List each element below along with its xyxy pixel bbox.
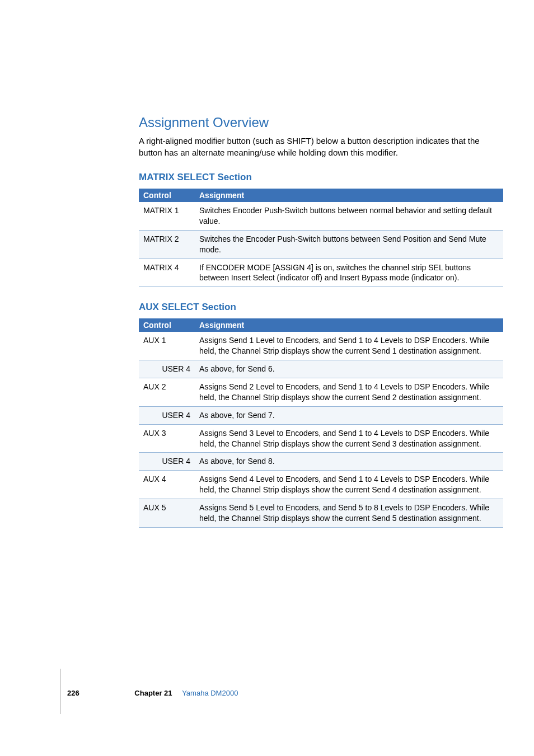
cell-control: AUX 5 [139, 499, 195, 528]
cell-control: MATRIX 4 [139, 259, 195, 287]
intro-paragraph: A right-aligned modifier button (such as… [139, 135, 503, 158]
table-header-control: Control [139, 189, 195, 202]
table-row: MATRIX 4 If ENCODER MODE [ASSIGN 4] is o… [139, 259, 503, 287]
page-heading: Assignment Overview [139, 115, 503, 130]
cell-assignment: As above, for Send 8. [195, 453, 503, 471]
cell-control: AUX 3 [139, 424, 195, 453]
table-header-assignment: Assignment [195, 318, 503, 332]
cell-assignment: Switches the Encoder Push-Switch buttons… [195, 230, 503, 259]
table-row: AUX 4 Assigns Send 4 Level to Encoders, … [139, 471, 503, 499]
cell-assignment: If ENCODER MODE [ASSIGN 4] is on, switch… [195, 259, 503, 287]
cell-control: AUX 2 [139, 378, 195, 407]
table-row: USER 4 As above, for Send 7. [139, 406, 503, 424]
cell-modifier: USER 4 [139, 453, 195, 471]
chapter-label: Chapter 21 [134, 689, 172, 697]
section-title-matrix: MATRIX SELECT Section [139, 172, 503, 183]
page-footer: 226 Chapter 21 Yamaha DM2000 [67, 689, 238, 697]
cell-control: AUX 1 [139, 332, 195, 360]
aux-select-table: Control Assignment AUX 1 Assigns Send 1 … [139, 318, 503, 528]
table-row: USER 4 As above, for Send 8. [139, 453, 503, 471]
table-header-control: Control [139, 318, 195, 332]
section-title-aux: AUX SELECT Section [139, 302, 503, 313]
table-row: USER 4 As above, for Send 6. [139, 360, 503, 378]
table-row: MATRIX 2 Switches the Encoder Push-Switc… [139, 230, 503, 259]
table-row: AUX 1 Assigns Send 1 Level to Encoders, … [139, 332, 503, 360]
chapter-name: Yamaha DM2000 [182, 689, 238, 697]
cell-assignment: Switches Encoder Push-Switch buttons bet… [195, 202, 503, 230]
table-row: AUX 2 Assigns Send 2 Level to Encoders, … [139, 378, 503, 407]
cell-assignment: Assigns Send 2 Level to Encoders, and Se… [195, 378, 503, 407]
cell-assignment: Assigns Send 1 Level to Encoders, and Se… [195, 332, 503, 360]
cell-assignment: Assigns Send 3 Level to Encoders, and Se… [195, 424, 503, 453]
cell-control: AUX 4 [139, 471, 195, 499]
cell-assignment: As above, for Send 7. [195, 406, 503, 424]
matrix-select-table: Control Assignment MATRIX 1 Switches Enc… [139, 189, 503, 287]
table-row: AUX 5 Assigns Send 5 Level to Encoders, … [139, 499, 503, 528]
cell-modifier: USER 4 [139, 360, 195, 378]
cell-assignment: As above, for Send 6. [195, 360, 503, 378]
page-number: 226 [67, 689, 79, 697]
side-rule [60, 669, 60, 714]
cell-control: MATRIX 1 [139, 202, 195, 230]
cell-modifier: USER 4 [139, 406, 195, 424]
table-row: AUX 3 Assigns Send 3 Level to Encoders, … [139, 424, 503, 453]
cell-assignment: Assigns Send 5 Level to Encoders, and Se… [195, 499, 503, 528]
table-row: MATRIX 1 Switches Encoder Push-Switch bu… [139, 202, 503, 230]
cell-assignment: Assigns Send 4 Level to Encoders, and Se… [195, 471, 503, 499]
table-header-assignment: Assignment [195, 189, 503, 202]
cell-control: MATRIX 2 [139, 230, 195, 259]
